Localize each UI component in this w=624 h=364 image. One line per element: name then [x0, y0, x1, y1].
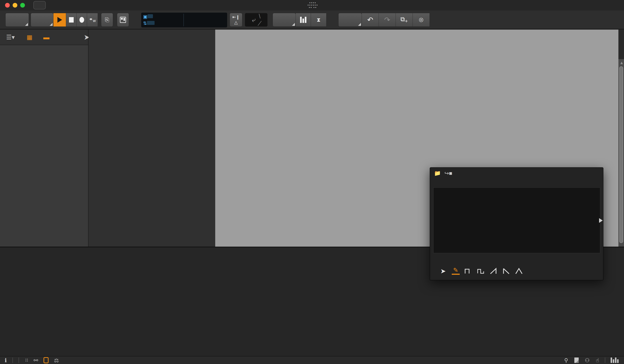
- overdub-icon: ⎘: [105, 17, 109, 23]
- mixer-sliders-icon[interactable]: ⚖: [54, 357, 59, 364]
- close-window-button[interactable]: [5, 3, 10, 8]
- save-preset-icon[interactable]: ↪■: [444, 170, 452, 176]
- eg-envelope-graph[interactable]: [433, 187, 600, 253]
- layout-toggle-button[interactable]: [117, 13, 129, 27]
- ramp-up-tool-icon[interactable]: [490, 268, 498, 275]
- info-icon[interactable]: ℹ: [5, 357, 7, 364]
- track-list-menu-icon[interactable]: ☰▾: [6, 34, 15, 41]
- automation-write-button[interactable]: ⚭w: [87, 13, 98, 27]
- tempo-icons: ▣⇅: [141, 13, 155, 27]
- delete-icon: ⊗: [418, 16, 424, 24]
- step-shape-tool-icon[interactable]: [477, 268, 485, 275]
- punch-icon: ⇤❙: [232, 15, 240, 20]
- audio-wave-icon: ⧗: [317, 17, 320, 23]
- zoom-window-button[interactable]: [20, 3, 25, 8]
- loop-button[interactable]: ⤶ ╲╱: [245, 13, 268, 27]
- status-bar: ℹ ⁝⁝ ⚯ ⚖ ⚲ ⚇ ☝: [0, 356, 624, 364]
- scroll-up-icon[interactable]: ▲: [620, 60, 624, 65]
- stop-icon: [69, 17, 74, 23]
- duplicate-icon: ⧉+: [400, 16, 408, 24]
- fade-out-icon[interactable]: ╱: [258, 21, 260, 26]
- undo-button[interactable]: ↶: [362, 13, 379, 27]
- stop-button[interactable]: [66, 13, 77, 27]
- snap-grid-icon[interactable]: ⁝⁝: [25, 358, 28, 363]
- folder-icon[interactable]: 📁: [434, 170, 441, 176]
- undo-icon: ↶: [367, 16, 373, 24]
- rows-view-icon[interactable]: ▬: [43, 34, 50, 41]
- eg-default-window[interactable]: 📁 ↪■ ➤ ✎: [430, 167, 603, 280]
- play-menu-button[interactable]: [31, 13, 53, 27]
- redo-icon: ↷: [384, 16, 390, 24]
- selection-mode-icon[interactable]: [44, 357, 49, 363]
- plus-minus-tool-icon[interactable]: [528, 268, 536, 275]
- project-tab[interactable]: [33, 1, 46, 9]
- link-icon[interactable]: ⚯: [34, 357, 38, 364]
- add-menu-button[interactable]: [273, 13, 296, 27]
- arrow-tool-icon[interactable]: ➤: [439, 268, 447, 275]
- record-button[interactable]: [77, 13, 87, 27]
- grid-view-icon[interactable]: ▦: [27, 34, 32, 41]
- overdub-button[interactable]: ⎘: [101, 13, 113, 27]
- clip-launcher: [88, 30, 215, 247]
- add-audio-track-button[interactable]: ⧗: [311, 13, 326, 27]
- redo-button[interactable]: ↷: [379, 13, 396, 27]
- virtual-keyboard-icon[interactable]: [611, 358, 619, 363]
- bitwig-logo: ●●●●●●●●●●●● ●●: [307, 1, 318, 9]
- triangle-tool-icon[interactable]: [515, 268, 523, 275]
- title-bar: ●●●●●●●●●●●● ●●: [0, 0, 624, 10]
- eg-play-arrow-icon[interactable]: [599, 218, 603, 223]
- layout-icon: [120, 17, 126, 23]
- file-menu-button[interactable]: [5, 13, 29, 27]
- add-instrument-track-button[interactable]: [296, 13, 311, 27]
- play-icon: [57, 17, 62, 23]
- vertical-scroll-thumb[interactable]: [619, 66, 623, 243]
- loop-icon: ⤶: [252, 16, 256, 24]
- fade-in-icon[interactable]: ╲: [258, 14, 260, 19]
- square-shape-tool-icon[interactable]: [464, 268, 472, 275]
- file-browser-icon[interactable]: [574, 358, 579, 363]
- metronome-icon: △: [234, 20, 238, 25]
- record-icon: [79, 17, 84, 23]
- delete-button[interactable]: ⊗: [413, 13, 430, 27]
- transport-display[interactable]: ▣⇅: [141, 13, 227, 27]
- speaker-icon[interactable]: ⚇: [585, 357, 590, 364]
- play-button[interactable]: [53, 13, 66, 27]
- vertical-scrollbar[interactable]: ▲ ▼: [618, 59, 624, 276]
- automation-write-icon: ⚭w: [89, 17, 96, 23]
- punch-metronome-buttons[interactable]: ⇤❙△: [230, 13, 242, 27]
- main-toolbar: ⚭w ⎘ ▣⇅ ⇤❙△ ⤶ ╲╱ ⧗ ↶ ↷ ⧉+ ⊗: [0, 10, 624, 29]
- hand-tool-icon[interactable]: ☝: [596, 357, 599, 364]
- piano-icon: [300, 17, 306, 23]
- track-header-panel: ☰▾ ▦ ▬ ➤ ▾: [0, 30, 88, 247]
- duplicate-button[interactable]: ⧉+: [396, 13, 413, 27]
- ramp-down-tool-icon[interactable]: [502, 268, 510, 275]
- search-icon[interactable]: ⚲: [564, 357, 568, 364]
- pencil-tool-icon[interactable]: ✎: [452, 268, 460, 275]
- eg-window-header[interactable]: 📁 ↪■: [430, 168, 603, 179]
- eg-toolbar: ➤ ✎: [434, 265, 599, 277]
- track-panel-toolbar: ☰▾ ▦ ▬ ➤ ▾: [0, 30, 88, 45]
- minimize-window-button[interactable]: [13, 3, 17, 8]
- edit-menu-button[interactable]: [338, 13, 362, 27]
